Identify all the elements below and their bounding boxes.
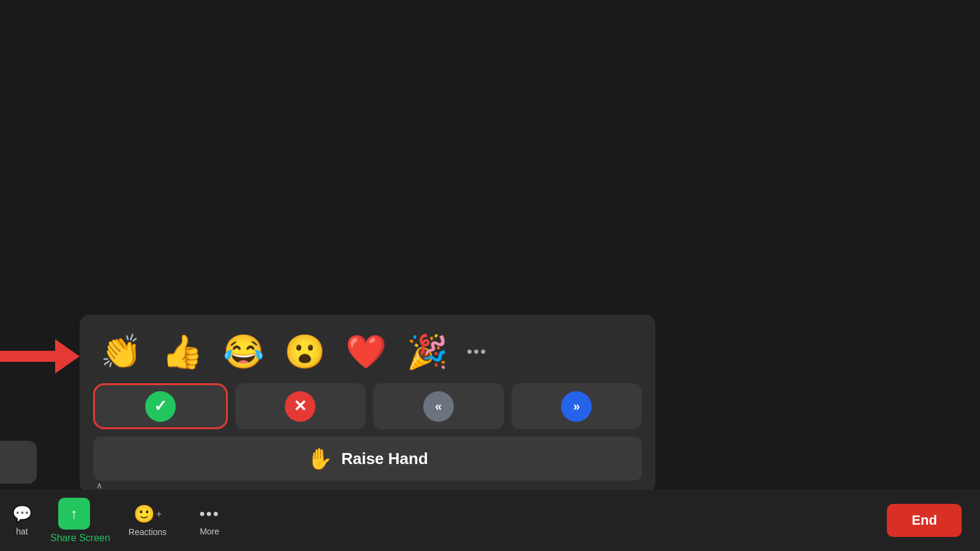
reactions-popup: 👏 👍 😂 😮 ❤️ 🎉 ••• ✓ ✕ « » ✋ Raise Hand (80, 315, 655, 493)
response-no-button[interactable]: ✕ (235, 383, 366, 429)
raise-hand-label: Raise Hand (341, 449, 428, 468)
double-left-icon: « (423, 391, 454, 422)
chat-label: hat (16, 527, 28, 536)
emoji-laugh[interactable]: 😂 (216, 327, 271, 376)
raise-hand-button[interactable]: ✋ Raise Hand (93, 437, 642, 481)
raise-hand-emoji: ✋ (307, 446, 333, 471)
more-emojis-button[interactable]: ••• (467, 342, 487, 361)
toolbar-item-chat[interactable]: 💬 hat (0, 500, 44, 541)
end-button[interactable]: End (887, 504, 962, 537)
share-screen-label: Share Screen (50, 533, 110, 544)
chat-bubble-partial (0, 441, 37, 484)
more-label: More (200, 527, 219, 536)
response-yes-button[interactable]: ✓ (93, 383, 228, 429)
toolbar: 💬 hat ↑ ∧ Share Screen 🙂+ Reactions ••• … (0, 490, 980, 551)
emoji-clap[interactable]: 👏 (93, 327, 148, 376)
emoji-row: 👏 👍 😂 😮 ❤️ 🎉 ••• (93, 327, 642, 376)
double-right-icon: » (561, 391, 592, 422)
emoji-thumbsup[interactable]: 👍 (154, 327, 209, 376)
toolbar-item-more[interactable]: ••• More (185, 500, 234, 541)
response-row: ✓ ✕ « » (93, 383, 642, 429)
share-screen-chevron: ∧ (96, 481, 102, 490)
reactions-label: Reactions (129, 527, 167, 537)
response-slower-button[interactable]: « (373, 383, 504, 429)
toolbar-item-reactions[interactable]: 🙂+ Reactions (116, 499, 179, 542)
x-icon: ✕ (285, 391, 315, 422)
chat-icon: 💬 (12, 504, 32, 523)
emoji-wow[interactable]: 😮 (277, 327, 332, 376)
emoji-heart[interactable]: ❤️ (338, 327, 393, 376)
emoji-celebrate[interactable]: 🎉 (399, 327, 454, 376)
red-arrow (0, 339, 80, 373)
response-faster-button[interactable]: » (511, 383, 643, 429)
more-icon: ••• (199, 504, 219, 523)
toolbar-item-share-screen[interactable]: ↑ ∧ Share Screen (50, 498, 110, 544)
share-screen-icon: ↑ (58, 498, 90, 530)
reactions-icon: 🙂+ (134, 504, 162, 524)
checkmark-icon: ✓ (145, 391, 176, 422)
